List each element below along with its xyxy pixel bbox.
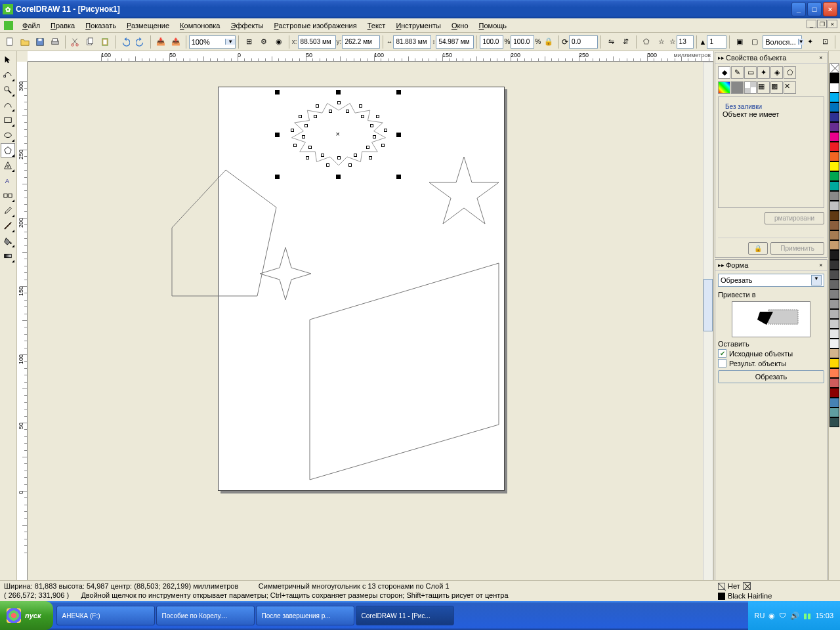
docker-close-icon[interactable]: × xyxy=(818,54,824,61)
color-swatch[interactable] xyxy=(830,83,839,93)
color-swatch[interactable] xyxy=(830,408,839,417)
shaping-mode-combo[interactable]: Обрезать▼ xyxy=(718,274,824,287)
mirror-v-button[interactable]: ⇵ xyxy=(619,35,633,49)
taskbar-task[interactable]: Пособие по Корелу.... xyxy=(156,606,255,625)
zoom-tool[interactable] xyxy=(1,83,15,97)
menu-Файл[interactable]: Файл xyxy=(17,20,45,31)
uniform-fill-button[interactable] xyxy=(731,81,744,94)
mirror-h-button[interactable]: ⇋ xyxy=(604,35,618,49)
width-input[interactable] xyxy=(393,35,431,49)
color-swatch[interactable] xyxy=(830,240,839,250)
tab4[interactable]: ✦ xyxy=(757,66,770,79)
sides-input[interactable] xyxy=(677,35,694,49)
color-swatch[interactable] xyxy=(830,319,839,329)
print-button[interactable] xyxy=(48,35,62,49)
color-swatch[interactable] xyxy=(830,132,839,142)
to-front-button[interactable]: ▣ xyxy=(732,35,747,49)
rectangle-tool[interactable] xyxy=(1,113,15,127)
color-swatch[interactable] xyxy=(830,220,839,230)
fill-tab[interactable]: ◆ xyxy=(718,66,730,79)
color-swatch[interactable] xyxy=(830,280,839,289)
convert-curves-button[interactable]: ✦ xyxy=(803,35,817,49)
trim-button[interactable]: Обрезать xyxy=(718,370,824,383)
apply-button[interactable]: Применить xyxy=(770,242,824,255)
height-input[interactable] xyxy=(436,35,474,49)
outline-tab[interactable]: ✎ xyxy=(731,66,744,79)
close-button[interactable]: × xyxy=(823,2,837,16)
text-tool[interactable]: A xyxy=(1,173,15,188)
canvas[interactable]: × xyxy=(28,62,703,605)
keep-result-checkbox[interactable]: Результ. объекты xyxy=(718,359,824,368)
color-swatch[interactable] xyxy=(830,122,839,132)
ruler-horizontal[interactable]: миллиметров 10050050100150200250300 xyxy=(28,51,713,62)
color-swatch[interactable] xyxy=(830,93,839,102)
color-swatch[interactable] xyxy=(830,211,839,220)
ruler-vertical[interactable]: 300250200150100500 xyxy=(17,62,28,605)
color-swatch[interactable] xyxy=(830,348,839,358)
freehand-tool[interactable] xyxy=(1,98,15,112)
interactive-fill-tool[interactable] xyxy=(1,249,15,263)
pick-tool[interactable] xyxy=(1,52,15,67)
color-swatch[interactable] xyxy=(830,73,839,83)
texture-fill-button[interactable]: ▩ xyxy=(770,81,783,94)
menu-Правка[interactable]: Правка xyxy=(45,20,80,31)
menu-Растровые изображения[interactable]: Растровые изображения xyxy=(269,20,362,31)
postscript-fill-button[interactable]: ✕ xyxy=(784,81,796,94)
color-swatch[interactable] xyxy=(830,329,839,339)
color-swatch[interactable] xyxy=(830,417,839,427)
pos-y-input[interactable] xyxy=(342,35,380,49)
color-swatch[interactable] xyxy=(830,368,839,378)
color-swatch[interactable] xyxy=(830,181,839,191)
color-swatch[interactable] xyxy=(830,161,839,171)
color-swatch[interactable] xyxy=(830,102,839,112)
app-launcher-button[interactable]: ◉ xyxy=(272,35,286,49)
color-swatch[interactable] xyxy=(830,142,839,152)
angle-input[interactable] xyxy=(569,35,598,49)
minimize-button[interactable]: _ xyxy=(791,2,806,16)
zoom-combo[interactable]: 100%▼ xyxy=(189,35,236,49)
color-swatch[interactable] xyxy=(830,309,839,319)
tab6[interactable]: ⬠ xyxy=(784,66,796,79)
color-swatch[interactable] xyxy=(830,388,839,398)
menu-Размещение[interactable]: Размещение xyxy=(121,20,175,31)
color-swatch[interactable] xyxy=(830,250,839,260)
scale-y-input[interactable] xyxy=(511,35,534,49)
no-fill-button[interactable] xyxy=(718,81,730,94)
menu-Показать[interactable]: Показать xyxy=(80,20,121,31)
color-swatch[interactable] xyxy=(830,201,839,211)
system-tray[interactable]: RU ◉ 🛡 🔊 ▮▮ 15:03 xyxy=(748,601,840,630)
keep-original-checkbox[interactable]: ✔Исходные объекты xyxy=(718,349,824,358)
blend-tool[interactable] xyxy=(1,188,15,203)
export-button[interactable]: 📤 xyxy=(169,35,183,49)
docker-close-icon[interactable]: × xyxy=(818,262,824,268)
scrollbar-vertical[interactable] xyxy=(703,62,713,605)
taskbar-task[interactable]: АНЕЧКА (F:) xyxy=(56,606,155,625)
menu-Окно[interactable]: Окно xyxy=(446,20,474,31)
lock-button[interactable]: 🔒 xyxy=(748,242,768,255)
save-button[interactable] xyxy=(33,35,47,49)
polygon-tool[interactable] xyxy=(1,143,15,158)
outline-width-combo[interactable]: Волося...▼ xyxy=(763,35,802,49)
tray-icon[interactable]: 🛡 xyxy=(779,612,786,620)
color-swatch[interactable] xyxy=(830,289,839,299)
fill-tool[interactable] xyxy=(1,234,15,248)
paste-button[interactable] xyxy=(98,35,112,49)
color-swatch[interactable] xyxy=(830,171,839,181)
formatting-button[interactable]: рматировани xyxy=(765,212,824,224)
color-swatch[interactable] xyxy=(830,270,839,280)
outline-tool[interactable] xyxy=(1,219,15,233)
cut-button[interactable] xyxy=(68,35,83,49)
import-button[interactable]: 📥 xyxy=(154,35,168,49)
start-button[interactable]: пуск xyxy=(0,601,53,630)
no-color-swatch[interactable] xyxy=(830,63,839,73)
options-button[interactable]: ⚙ xyxy=(257,35,271,49)
color-swatch[interactable] xyxy=(830,260,839,270)
color-swatch[interactable] xyxy=(830,152,839,161)
scale-x-input[interactable] xyxy=(480,35,503,49)
doc-restore-button[interactable]: ❐ xyxy=(817,20,827,28)
tab5[interactable]: ◈ xyxy=(770,66,783,79)
fountain-fill-button[interactable] xyxy=(744,81,757,94)
lock-ratio-button[interactable]: 🔒 xyxy=(541,35,556,49)
menu-Компоновка[interactable]: Компоновка xyxy=(175,20,225,31)
color-swatch[interactable] xyxy=(830,398,839,408)
